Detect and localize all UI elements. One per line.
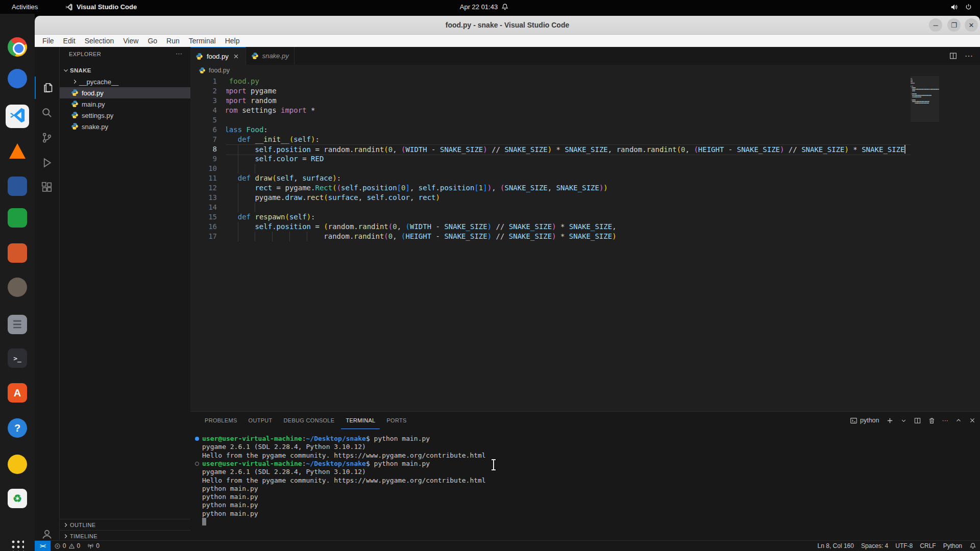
chevron-right-icon	[62, 521, 70, 529]
menu-view[interactable]: View	[118, 35, 143, 47]
dock-item-terminal-app[interactable]: >_	[6, 346, 29, 370]
remote-indicator[interactable]: ><	[35, 541, 51, 551]
dock-item-recycler[interactable]: ♻	[6, 487, 29, 510]
code-line-8: self.position = random.randint(0, (WIDTH…	[226, 144, 911, 155]
dock-item-blue-browser[interactable]	[6, 67, 29, 90]
command-decoration[interactable]	[195, 462, 199, 466]
activities-button[interactable]: Activities	[8, 0, 41, 14]
panel-tab-output[interactable]: OUTPUT	[244, 412, 277, 429]
new-terminal-icon[interactable]	[886, 417, 894, 424]
minimap-line	[911, 78, 912, 79]
ubuntu-dock: ☰>_A?♻	[0, 14, 35, 551]
code-text: self.position = random.randint(0, (WIDTH…	[226, 145, 905, 155]
code-line-6: class Food:	[226, 125, 911, 135]
notifications-bell[interactable]	[966, 541, 980, 551]
activity-extensions[interactable]	[35, 176, 59, 198]
tree-item-__pycache__[interactable]: __pycache__	[60, 76, 190, 87]
close-button[interactable]: ✕	[965, 18, 978, 32]
panel-tab-problems[interactable]: PROBLEMS	[200, 412, 242, 429]
more-actions-icon[interactable]: ···	[965, 52, 973, 61]
tree-item-food-py[interactable]: food.py	[60, 87, 190, 98]
menu-selection[interactable]: Selection	[80, 35, 119, 47]
panel-tab-terminal[interactable]: TERMINAL	[341, 412, 380, 429]
menu-terminal[interactable]: Terminal	[184, 35, 220, 47]
power-menu[interactable]	[961, 0, 976, 14]
dock-item-libreoffice-impress[interactable]	[6, 241, 29, 265]
python-file-icon	[71, 100, 79, 108]
panel-tab-ports[interactable]: PORTS	[382, 412, 411, 429]
dock-item-vlc[interactable]	[6, 139, 29, 163]
kill-terminal-icon[interactable]	[928, 417, 936, 424]
tree-item-snake-py[interactable]: snake.py	[60, 121, 190, 132]
dock-item-gimp[interactable]	[6, 276, 29, 299]
status-encoding[interactable]: UTF-8	[892, 541, 916, 551]
dock-item-yellow-app[interactable]	[6, 453, 29, 476]
tab-food-py[interactable]: food.py	[190, 47, 246, 65]
ubuntu-software-glyph: A	[14, 388, 21, 398]
breadcrumb[interactable]: food.py	[190, 65, 980, 76]
minimap[interactable]	[911, 76, 939, 229]
minimize-button[interactable]: ─	[929, 18, 942, 32]
split-editor-icon[interactable]	[949, 52, 958, 60]
section-outline[interactable]: OUTLINE	[60, 519, 192, 531]
menu-file[interactable]: File	[38, 35, 59, 47]
code-content[interactable]: # food.pyimport pygameimport randomfrom …	[226, 76, 911, 411]
problems-status[interactable]: 0 0	[51, 541, 84, 551]
volume-indicator[interactable]	[946, 0, 962, 14]
panel-tab-debug-console[interactable]: DEBUG CONSOLE	[279, 412, 339, 429]
close-panel-icon[interactable]	[969, 417, 976, 424]
file-cabinet-glyph: ☰	[13, 319, 22, 330]
terminal-output[interactable]: user@user-virtual-machine:~/Desktop/snak…	[202, 432, 980, 541]
activity-explorer[interactable]	[35, 77, 60, 99]
tree-item-label: settings.py	[82, 112, 113, 119]
activity-search[interactable]	[35, 102, 59, 124]
project-root[interactable]: SNAKE	[60, 65, 190, 76]
panel-more-icon[interactable]: ···	[942, 417, 949, 424]
vscode-icon	[9, 107, 26, 126]
minimap-line	[911, 81, 913, 82]
tree-item-settings-py[interactable]: settings.py	[60, 110, 190, 121]
line-number: 10	[190, 164, 217, 173]
editor-caret	[904, 145, 905, 154]
dock-item-libreoffice-calc[interactable]	[6, 206, 29, 230]
menu-run[interactable]: Run	[162, 35, 184, 47]
libreoffice-writer-icon	[8, 177, 27, 196]
restore-button[interactable]: ❐	[947, 18, 961, 32]
menu-go[interactable]: Go	[143, 35, 162, 47]
terminal-app-glyph: >_	[13, 355, 21, 362]
clock-menu[interactable]: Apr 22 01:43	[456, 0, 512, 14]
tab-snake-py[interactable]: snake.py	[246, 47, 295, 65]
code-line-5	[226, 115, 911, 125]
activity-source-control[interactable]	[35, 127, 59, 149]
code-editor[interactable]: 1234567891011121314151617 # food.pyimpor…	[190, 76, 980, 411]
menu-edit[interactable]: Edit	[59, 35, 80, 47]
status-language[interactable]: Python	[940, 541, 966, 551]
ports-status[interactable]: 0	[84, 541, 103, 551]
dock-item-visual-studio-code[interactable]	[6, 105, 29, 128]
dock-item-libreoffice-writer[interactable]	[6, 174, 29, 198]
close-tab-icon[interactable]	[232, 52, 240, 60]
tree-item-main-py[interactable]: main.py	[60, 98, 190, 110]
status-eol[interactable]: CRLF	[916, 541, 939, 551]
status-cursor-position[interactable]: Ln 8, Col 160	[814, 541, 857, 551]
dock-item-file-cabinet[interactable]: ☰	[6, 313, 29, 336]
command-decoration[interactable]	[195, 437, 199, 441]
minimap-line	[911, 95, 932, 96]
show-apps-button[interactable]	[11, 539, 24, 551]
dock-item-help[interactable]: ?	[6, 416, 29, 440]
status-indentation[interactable]: Spaces: 4	[857, 541, 892, 551]
dock-item-google-chrome[interactable]	[6, 35, 29, 59]
code-text: class Food:	[226, 125, 268, 135]
terminal-profile[interactable]: python	[850, 417, 879, 424]
window-titlebar[interactable]: food.py - snake - Visual Studio Code ─ ❐…	[35, 16, 980, 35]
dock-item-ubuntu-software[interactable]: A	[6, 381, 29, 405]
explorer-more-actions-icon[interactable]: ···	[176, 49, 182, 57]
line-number: 12	[190, 183, 217, 193]
split-terminal-icon[interactable]	[914, 417, 921, 424]
focused-app-menu[interactable]: Visual Studio Code	[61, 0, 140, 14]
terminal-dropdown-icon[interactable]	[900, 417, 907, 424]
menu-help[interactable]: Help	[220, 35, 244, 47]
maximize-panel-icon[interactable]	[955, 417, 962, 424]
activity-run-and-debug[interactable]	[35, 152, 59, 174]
tab-label: snake.py	[262, 52, 289, 60]
